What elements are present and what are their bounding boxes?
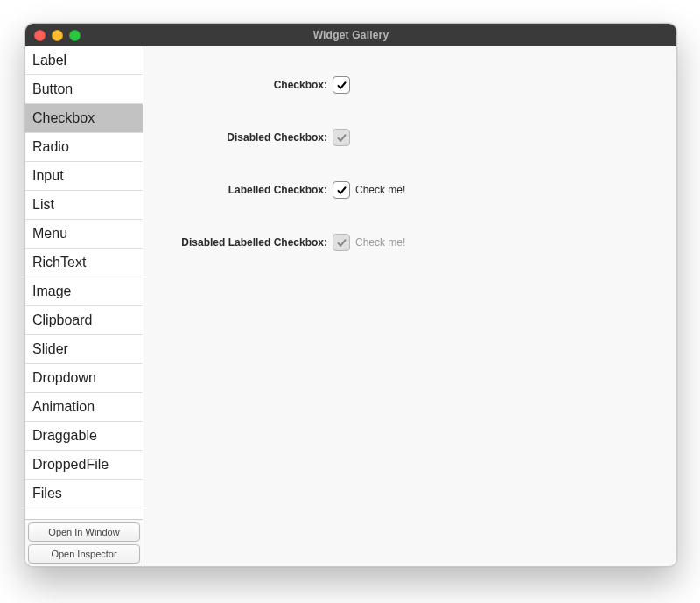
field-label: Disabled Checkbox: — [152, 131, 332, 144]
sidebar-item-label: Clipboard — [32, 312, 92, 328]
sidebar-item-files[interactable]: Files — [25, 480, 143, 508]
sidebar-list: LabelButtonCheckboxRadioInputListMenuRic… — [25, 46, 143, 519]
sidebar-item-label: Dropdown — [32, 370, 96, 386]
open-inspector-button[interactable]: Open Inspector — [28, 544, 140, 564]
checkbox-wrap: Check me! — [332, 234, 405, 251]
open-in-window-button[interactable]: Open In Window — [28, 522, 140, 542]
sidebar-item-label: Radio — [32, 139, 69, 155]
form-row: Checkbox: — [152, 73, 659, 97]
sidebar: LabelButtonCheckboxRadioInputListMenuRic… — [25, 46, 144, 566]
field-label: Disabled Labelled Checkbox: — [152, 236, 332, 249]
checkbox-label: Check me! — [355, 236, 405, 249]
sidebar-item-label: Image — [32, 284, 71, 299]
sidebar-item-slider[interactable]: Slider — [25, 335, 143, 364]
app-window: Widget Gallery LabelButtonCheckboxRadioI… — [24, 23, 677, 567]
close-icon[interactable] — [34, 30, 46, 41]
sidebar-item-label: Files — [32, 486, 62, 501]
form-row: Disabled Checkbox: — [152, 125, 659, 150]
sidebar-item-label: RichText — [32, 255, 86, 270]
sidebar-item-draggable[interactable]: Draggable — [25, 422, 143, 451]
sidebar-item-clipboard[interactable]: Clipboard — [25, 306, 143, 335]
sidebar-item-button[interactable]: Button — [25, 75, 143, 104]
titlebar[interactable]: Widget Gallery — [25, 24, 676, 46]
checkbox[interactable] — [332, 181, 350, 199]
sidebar-item-label: Label — [32, 53, 66, 68]
sidebar-item-richtext[interactable]: RichText — [25, 249, 143, 277]
sidebar-item-image[interactable]: Image — [25, 277, 143, 306]
sidebar-item-label: Input — [32, 168, 64, 184]
sidebar-item-input[interactable]: Input — [25, 162, 143, 191]
sidebar-item-radio[interactable]: Radio — [25, 133, 143, 162]
main-pane: Checkbox:Disabled Checkbox:Labelled Chec… — [144, 46, 676, 566]
checkbox-wrap — [332, 76, 350, 94]
sidebar-item-animation[interactable]: Animation — [25, 393, 143, 422]
sidebar-item-label: List — [32, 197, 54, 213]
checkbox-wrap — [332, 129, 350, 146]
checkbox-wrap: Check me! — [332, 181, 405, 199]
sidebar-item-label: Checkbox — [32, 110, 94, 126]
sidebar-item-label: Button — [32, 81, 73, 97]
form-row: Disabled Labelled Checkbox:Check me! — [152, 230, 659, 255]
sidebar-item-menu[interactable]: Menu — [25, 220, 143, 249]
sidebar-item-label: Animation — [32, 399, 94, 415]
checkbox-disabled — [332, 234, 350, 251]
window-content: LabelButtonCheckboxRadioInputListMenuRic… — [25, 46, 676, 566]
field-label: Labelled Checkbox: — [152, 184, 332, 196]
checkbox-label[interactable]: Check me! — [355, 184, 405, 196]
minimize-icon[interactable] — [52, 30, 63, 41]
sidebar-item-label: Menu — [32, 226, 67, 242]
sidebar-item-list[interactable]: List — [25, 191, 143, 220]
sidebar-item-label: DroppedFile — [32, 457, 108, 473]
sidebar-item-label[interactable]: Label — [25, 46, 143, 75]
window-title: Widget Gallery — [25, 29, 676, 41]
sidebar-item-label: Draggable — [32, 428, 97, 444]
sidebar-item-dropdown[interactable]: Dropdown — [25, 364, 143, 393]
zoom-icon[interactable] — [69, 30, 80, 41]
field-label: Checkbox: — [152, 79, 332, 91]
checkbox[interactable] — [332, 76, 350, 94]
checkbox-disabled — [332, 129, 350, 146]
sidebar-item-label: Slider — [32, 341, 68, 357]
sidebar-item-checkbox[interactable]: Checkbox — [25, 104, 143, 133]
sidebar-item-droppedfile[interactable]: DroppedFile — [25, 451, 143, 480]
form-row: Labelled Checkbox:Check me! — [152, 178, 659, 202]
